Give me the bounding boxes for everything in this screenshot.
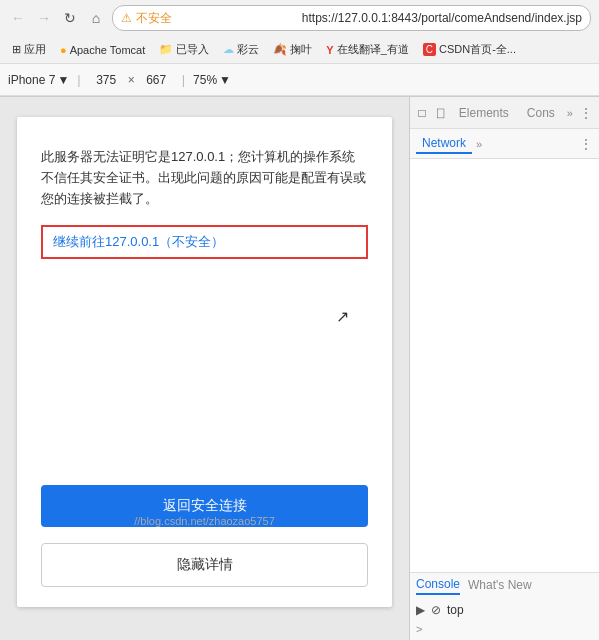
security-message: 此服务器无法证明它是127.0.0.1；您计算机的操作系统不信任其安全证书。出现… [41,147,368,209]
bookmark-caiyun[interactable]: ☁ 彩云 [219,40,263,59]
dimension-separator: × [128,73,135,87]
hide-details-button[interactable]: 隐藏详情 [41,543,368,587]
network-kebab[interactable]: ⋮ [579,136,593,152]
zoom-value: 75% [193,73,217,87]
devtools-kebab-menu[interactable]: ⋮ [579,105,593,121]
bookmark-juye-label: 掬叶 [290,42,312,57]
network-panel: Network » ⋮ [410,129,599,572]
juye-icon: 🍂 [273,43,287,56]
device-selector[interactable]: iPhone 7 ▼ [8,73,69,87]
browser-chrome: ← → ↻ ⌂ ⚠ 不安全 https://127.0.0.1:8443/por… [0,0,599,97]
caiyun-icon: ☁ [223,43,234,56]
url-display: https://127.0.0.1:8443/portal/comeAndsen… [302,11,582,25]
divider2: | [182,72,185,87]
csdn-icon: C [423,43,436,56]
folder-icon: 📁 [159,43,173,56]
browser-viewport: 此服务器无法证明它是127.0.0.1；您计算机的操作系统不信任其安全证书。出现… [0,97,409,640]
devtools-bottom-console: Console What's New ▶ ⊘ top > [410,572,599,640]
zoom-selector[interactable]: 75% ▼ [193,73,231,87]
height-input[interactable] [139,73,174,87]
bookmark-apps-label: 应用 [24,42,46,57]
tab-elements[interactable]: Elements [453,104,515,122]
top-label: top [447,603,464,617]
tab-console-short[interactable]: Cons [521,104,561,122]
tomcat-icon: ● [60,44,67,56]
watermark: //blog.csdn.net/zhaozao5757 [134,515,275,527]
nav-bar: ← → ↻ ⌂ ⚠ 不安全 https://127.0.0.1:8443/por… [0,0,599,36]
bookmark-tomcat[interactable]: ● Apache Tomcat [56,42,149,58]
bookmark-juye[interactable]: 🍂 掬叶 [269,40,316,59]
devtools-panel: □ ⎕ Elements Cons » ⋮ Network » ⋮ Consol… [409,97,599,640]
bookmarks-bar: ⊞ 应用 ● Apache Tomcat 📁 已导入 ☁ 彩云 🍂 掬叶 Y 在… [0,36,599,64]
proceed-link[interactable]: 继续前往127.0.0.1（不安全） [53,234,224,249]
zoom-dropdown-icon: ▼ [219,73,231,87]
bookmark-caiyun-label: 彩云 [237,42,259,57]
back-button[interactable]: ← [8,8,28,28]
network-tabs-bar: Network » ⋮ [410,129,599,159]
devtools-device-icon[interactable]: ⎕ [434,104,446,122]
youdao-icon: Y [326,44,333,56]
stop-icon[interactable]: ⊘ [431,603,441,617]
width-input[interactable] [89,73,124,87]
bookmark-tomcat-label: Apache Tomcat [70,44,146,56]
network-content-area [410,159,599,572]
page-content: 此服务器无法证明它是127.0.0.1；您计算机的操作系统不信任其安全证书。出现… [17,117,392,607]
tab-whats-new[interactable]: What's New [468,578,532,594]
devtools-inspect-icon[interactable]: □ [416,104,428,122]
warning-icon: ⚠ [121,11,132,25]
device-divider: | [77,72,80,87]
warning-label: 不安全 [136,10,298,27]
tab-console[interactable]: Console [416,577,460,595]
home-button[interactable]: ⌂ [86,8,106,28]
console-tabs: Console What's New [416,577,593,599]
proceed-link-container: 继续前往127.0.0.1（不安全） [41,225,368,259]
bookmark-imported-label: 已导入 [176,42,209,57]
console-arrow: > [416,621,593,637]
network-more-tabs[interactable]: » [476,138,482,150]
run-icon[interactable]: ▶ [416,603,425,617]
forward-button[interactable]: → [34,8,54,28]
bookmark-youdao[interactable]: Y 在线翻译_有道 [322,40,412,59]
bookmark-apps[interactable]: ⊞ 应用 [8,40,50,59]
bookmark-csdn-label: CSDN首页-全... [439,42,516,57]
devtools-top-tabs: □ ⎕ Elements Cons » ⋮ [410,97,599,129]
address-bar[interactable]: ⚠ 不安全 https://127.0.0.1:8443/portal/come… [112,5,591,31]
more-tabs-button[interactable]: » [567,107,573,119]
reload-button[interactable]: ↻ [60,8,80,28]
device-dropdown-icon: ▼ [57,73,69,87]
device-bar: iPhone 7 ▼ | × | 75% ▼ [0,64,599,96]
console-toolbar: ▶ ⊘ top [416,599,593,621]
apps-icon: ⊞ [12,43,21,56]
tab-network[interactable]: Network [416,134,472,154]
bookmark-imported[interactable]: 📁 已导入 [155,40,213,59]
device-name: iPhone 7 [8,73,55,87]
main-area: 此服务器无法证明它是127.0.0.1；您计算机的操作系统不信任其安全证书。出现… [0,97,599,640]
bookmark-csdn[interactable]: C CSDN首页-全... [419,40,520,59]
bookmark-youdao-label: 在线翻译_有道 [337,42,409,57]
